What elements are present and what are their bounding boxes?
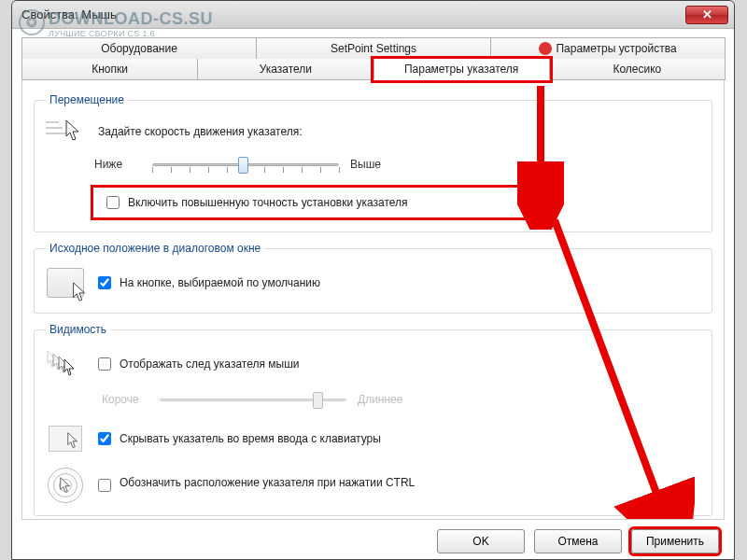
dialog-window: Свойства: Мышь ✕ Оборудование SetPoint S… — [11, 0, 735, 560]
trail-icon — [46, 345, 85, 383]
trail-input[interactable] — [98, 357, 111, 371]
trail-high-label: Длиннее — [358, 393, 404, 406]
locate-icon — [46, 467, 85, 504]
cursor-icon — [64, 119, 81, 142]
snap-checkbox[interactable]: На кнопке, выбираемой по умолчанию — [94, 273, 320, 292]
tab-setpoint[interactable]: SetPoint Settings — [256, 37, 491, 60]
locate-label: Обозначить расположение указателя при на… — [120, 476, 415, 489]
group-snap: Исходное положение в диалоговом окне На … — [34, 242, 712, 314]
close-icon: ✕ — [702, 7, 712, 21]
hide-checkbox[interactable]: Скрывать указатель во время ввода с клав… — [94, 429, 381, 448]
dialog-buttons: OK Отмена Применить — [21, 520, 725, 553]
snap-label: На кнопке, выбираемой по умолчанию — [120, 276, 320, 289]
locate-input[interactable] — [98, 479, 111, 492]
locate-checkbox[interactable]: Обозначить расположение указателя при на… — [94, 476, 415, 495]
slider-low-label: Ниже — [94, 158, 141, 171]
trail-low-label: Короче — [102, 393, 148, 406]
trail-checkbox[interactable]: Отображать след указателя мыши — [94, 355, 300, 373]
hide-label: Скрывать указатель во время ввода с клав… — [120, 432, 381, 445]
pointer-speed-icon — [46, 116, 85, 147]
cancel-button[interactable]: Отмена — [534, 529, 622, 553]
client-area: Оборудование SetPoint Settings Параметры… — [12, 29, 734, 559]
tab-pointer-options[interactable]: Параметры указателя — [374, 59, 550, 80]
hide-icon — [46, 420, 85, 457]
tab-pointers[interactable]: Указатели — [197, 59, 374, 80]
titlebar[interactable]: Свойства: Мышь ✕ — [12, 1, 734, 29]
group-visibility-legend: Видимость — [46, 323, 110, 336]
enhance-precision-input[interactable] — [106, 196, 120, 209]
tab-buttons[interactable]: Кнопки — [21, 59, 198, 80]
snap-icon — [46, 264, 85, 301]
tab-device-params[interactable]: Параметры устройства — [490, 37, 726, 60]
snap-input[interactable] — [98, 276, 111, 289]
group-visibility: Видимость Отображать след указателя мыши — [34, 323, 712, 516]
group-movement-legend: Перемещение — [46, 93, 128, 106]
hide-input[interactable] — [98, 432, 111, 445]
close-button[interactable]: ✕ — [685, 6, 728, 24]
movement-desc: Задайте скорость движения указателя: — [98, 125, 303, 138]
enhance-precision-checkbox[interactable]: Включить повышенную точность установки у… — [91, 185, 539, 220]
window-title: Свойства: Мышь — [21, 7, 685, 21]
device-icon — [539, 42, 552, 55]
group-snap-legend: Исходное положение в диалоговом окне — [46, 242, 264, 255]
apply-button[interactable]: Применить — [631, 529, 719, 553]
pointer-speed-slider[interactable] — [152, 153, 339, 175]
slider-high-label: Выше — [350, 158, 397, 171]
tab-hardware[interactable]: Оборудование — [21, 37, 257, 60]
trail-label: Отображать след указателя мыши — [120, 357, 300, 371]
tabstrip: Оборудование SetPoint Settings Параметры… — [21, 37, 725, 80]
trail-length-slider — [160, 388, 346, 411]
tab-panel: Перемещение Задайте скорость движения ук… — [21, 80, 725, 520]
tab-wheel[interactable]: Колесико — [549, 59, 726, 80]
group-movement: Перемещение Задайте скорость движения ук… — [34, 93, 712, 232]
enhance-precision-label: Включить повышенную точность установки у… — [128, 196, 408, 209]
ok-button[interactable]: OK — [437, 529, 525, 553]
